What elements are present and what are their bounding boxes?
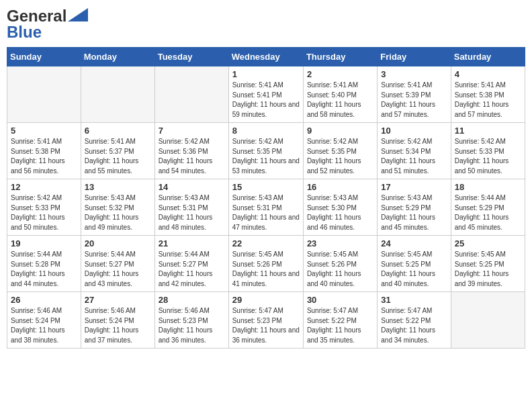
calendar-cell: 24Sunrise: 5:45 AMSunset: 5:25 PMDayligh… [378,236,451,292]
calendar-week-row: 12Sunrise: 5:42 AMSunset: 5:33 PMDayligh… [7,179,525,236]
svg-marker-0 [68,8,88,21]
calendar-cell: 14Sunrise: 5:43 AMSunset: 5:31 PMDayligh… [154,179,228,236]
logo: General Blue [7,7,88,42]
day-number: 27 [85,295,151,305]
day-info: Sunrise: 5:47 AMSunset: 5:23 PMDaylight:… [232,306,300,345]
calendar-cell: 13Sunrise: 5:43 AMSunset: 5:32 PMDayligh… [81,179,154,236]
day-number: 26 [11,295,77,305]
calendar-cell: 17Sunrise: 5:43 AMSunset: 5:29 PMDayligh… [378,179,451,236]
day-number: 1 [232,69,300,79]
day-number: 28 [159,295,225,305]
logo-blue: Blue [7,23,42,42]
day-number: 18 [455,182,521,192]
day-info: Sunrise: 5:46 AMSunset: 5:24 PMDaylight:… [11,306,77,345]
day-number: 20 [85,238,151,248]
day-number: 22 [232,238,300,248]
calendar-cell: 29Sunrise: 5:47 AMSunset: 5:23 PMDayligh… [228,292,303,349]
calendar-cell: 5Sunrise: 5:41 AMSunset: 5:38 PMDaylight… [7,123,81,179]
day-info: Sunrise: 5:43 AMSunset: 5:32 PMDaylight:… [85,193,151,232]
calendar-day-header: Wednesday [228,48,303,66]
day-number: 8 [232,126,300,136]
day-number: 11 [455,126,521,136]
day-info: Sunrise: 5:45 AMSunset: 5:25 PMDaylight:… [381,250,447,289]
page-header: General Blue [7,7,525,42]
day-info: Sunrise: 5:43 AMSunset: 5:31 PMDaylight:… [232,193,300,232]
day-number: 15 [232,182,300,192]
day-info: Sunrise: 5:45 AMSunset: 5:26 PMDaylight:… [307,250,373,289]
calendar-cell: 9Sunrise: 5:42 AMSunset: 5:35 PMDaylight… [303,123,377,179]
day-number: 6 [85,126,151,136]
calendar-cell: 22Sunrise: 5:45 AMSunset: 5:26 PMDayligh… [228,236,303,292]
calendar-cell: 23Sunrise: 5:45 AMSunset: 5:26 PMDayligh… [303,236,377,292]
day-number: 2 [307,69,373,79]
calendar-cell: 1Sunrise: 5:41 AMSunset: 5:41 PMDaylight… [228,66,303,123]
day-info: Sunrise: 5:41 AMSunset: 5:40 PMDaylight:… [307,81,373,120]
calendar-cell: 31Sunrise: 5:47 AMSunset: 5:22 PMDayligh… [378,292,451,349]
day-info: Sunrise: 5:47 AMSunset: 5:22 PMDaylight:… [381,306,447,345]
calendar-day-header: Thursday [303,48,377,66]
calendar-cell: 10Sunrise: 5:42 AMSunset: 5:34 PMDayligh… [378,123,451,179]
calendar-table: SundayMondayTuesdayWednesdayThursdayFrid… [7,47,525,349]
calendar-week-row: 5Sunrise: 5:41 AMSunset: 5:38 PMDaylight… [7,123,525,179]
day-info: Sunrise: 5:41 AMSunset: 5:39 PMDaylight:… [381,81,447,120]
day-info: Sunrise: 5:43 AMSunset: 5:29 PMDaylight:… [381,193,447,232]
day-number: 19 [11,238,77,248]
day-number: 9 [307,126,373,136]
calendar-cell: 30Sunrise: 5:47 AMSunset: 5:22 PMDayligh… [303,292,377,349]
calendar-cell: 18Sunrise: 5:44 AMSunset: 5:29 PMDayligh… [451,179,525,236]
day-info: Sunrise: 5:46 AMSunset: 5:24 PMDaylight:… [85,306,151,345]
calendar-cell: 27Sunrise: 5:46 AMSunset: 5:24 PMDayligh… [81,292,154,349]
day-info: Sunrise: 5:41 AMSunset: 5:38 PMDaylight:… [11,137,77,176]
day-info: Sunrise: 5:41 AMSunset: 5:38 PMDaylight:… [455,81,521,120]
logo-icon [68,8,88,21]
calendar-cell: 4Sunrise: 5:41 AMSunset: 5:38 PMDaylight… [451,66,525,123]
day-number: 25 [455,238,521,248]
calendar-day-header: Monday [81,48,154,66]
calendar-cell-empty [7,66,81,123]
day-number: 10 [381,126,447,136]
calendar-cell-empty [81,66,154,123]
day-info: Sunrise: 5:44 AMSunset: 5:27 PMDaylight:… [159,250,225,289]
day-info: Sunrise: 5:42 AMSunset: 5:33 PMDaylight:… [11,193,77,232]
day-info: Sunrise: 5:47 AMSunset: 5:22 PMDaylight:… [307,306,373,345]
day-info: Sunrise: 5:42 AMSunset: 5:36 PMDaylight:… [159,137,225,176]
day-info: Sunrise: 5:44 AMSunset: 5:28 PMDaylight:… [11,250,77,289]
calendar-cell: 12Sunrise: 5:42 AMSunset: 5:33 PMDayligh… [7,179,81,236]
calendar-day-header: Sunday [7,48,81,66]
calendar-cell: 25Sunrise: 5:45 AMSunset: 5:25 PMDayligh… [451,236,525,292]
calendar-cell: 20Sunrise: 5:44 AMSunset: 5:27 PMDayligh… [81,236,154,292]
day-number: 31 [381,295,447,305]
day-number: 30 [307,295,373,305]
day-number: 16 [307,182,373,192]
day-info: Sunrise: 5:43 AMSunset: 5:31 PMDaylight:… [159,193,225,232]
day-info: Sunrise: 5:43 AMSunset: 5:30 PMDaylight:… [307,193,373,232]
calendar-cell: 6Sunrise: 5:41 AMSunset: 5:37 PMDaylight… [81,123,154,179]
calendar-cell-empty [154,66,228,123]
calendar-week-row: 26Sunrise: 5:46 AMSunset: 5:24 PMDayligh… [7,292,525,349]
calendar-day-header: Saturday [451,48,525,66]
calendar-cell: 26Sunrise: 5:46 AMSunset: 5:24 PMDayligh… [7,292,81,349]
day-info: Sunrise: 5:46 AMSunset: 5:23 PMDaylight:… [159,306,225,345]
day-info: Sunrise: 5:42 AMSunset: 5:34 PMDaylight:… [381,137,447,176]
day-number: 23 [307,238,373,248]
calendar-cell: 11Sunrise: 5:42 AMSunset: 5:33 PMDayligh… [451,123,525,179]
day-number: 29 [232,295,300,305]
calendar-cell: 8Sunrise: 5:42 AMSunset: 5:35 PMDaylight… [228,123,303,179]
day-info: Sunrise: 5:44 AMSunset: 5:27 PMDaylight:… [85,250,151,289]
day-number: 13 [85,182,151,192]
day-number: 4 [455,69,521,79]
day-number: 5 [11,126,77,136]
day-info: Sunrise: 5:42 AMSunset: 5:35 PMDaylight:… [307,137,373,176]
calendar-cell: 2Sunrise: 5:41 AMSunset: 5:40 PMDaylight… [303,66,377,123]
calendar-cell: 19Sunrise: 5:44 AMSunset: 5:28 PMDayligh… [7,236,81,292]
calendar-cell: 3Sunrise: 5:41 AMSunset: 5:39 PMDaylight… [378,66,451,123]
day-info: Sunrise: 5:42 AMSunset: 5:33 PMDaylight:… [455,137,521,176]
day-number: 21 [159,238,225,248]
calendar-day-header: Friday [378,48,451,66]
day-info: Sunrise: 5:41 AMSunset: 5:37 PMDaylight:… [85,137,151,176]
calendar-header-row: SundayMondayTuesdayWednesdayThursdayFrid… [7,48,525,66]
calendar-cell: 16Sunrise: 5:43 AMSunset: 5:30 PMDayligh… [303,179,377,236]
day-number: 17 [381,182,447,192]
calendar-cell: 7Sunrise: 5:42 AMSunset: 5:36 PMDaylight… [154,123,228,179]
calendar-week-row: 19Sunrise: 5:44 AMSunset: 5:28 PMDayligh… [7,236,525,292]
